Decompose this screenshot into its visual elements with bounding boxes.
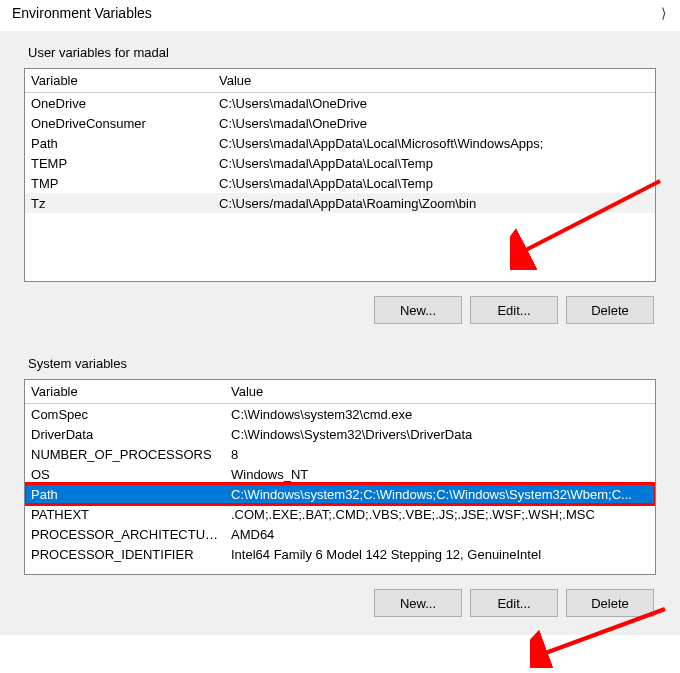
user-variables-list[interactable]: Variable Value OneDriveC:\Users\madal\On… [24,68,656,282]
table-row[interactable]: ComSpecC:\Windows\system32\cmd.exe [25,404,655,425]
table-row[interactable]: PATHEXT.COM;.EXE;.BAT;.CMD;.VBS;.VBE;.JS… [25,504,655,524]
table-row[interactable]: DriverDataC:\Windows\System32\Drivers\Dr… [25,424,655,444]
table-row[interactable]: OneDriveConsumerC:\Users\madal\OneDrive [25,113,655,133]
user-new-button[interactable]: New... [374,296,462,324]
system-button-row: New... Edit... Delete [24,575,656,627]
table-header-row[interactable]: Variable Value [25,380,655,404]
col-variable[interactable]: Variable [25,69,213,93]
system-new-button[interactable]: New... [374,589,462,617]
user-edit-button[interactable]: Edit... [470,296,558,324]
col-value[interactable]: Value [213,69,655,93]
user-variables-group: User variables for madal Variable Value … [16,31,664,342]
system-edit-button[interactable]: Edit... [470,589,558,617]
table-row[interactable]: TMPC:\Users\madal\AppData\Local\Temp [25,173,655,193]
system-delete-button[interactable]: Delete [566,589,654,617]
table-row[interactable]: NUMBER_OF_PROCESSORS8 [25,444,655,464]
user-variables-table: Variable Value OneDriveC:\Users\madal\On… [25,69,655,213]
system-variables-list[interactable]: Variable Value ComSpecC:\Windows\system3… [24,379,656,575]
table-row[interactable]: PathC:\Windows\system32;C:\Windows;C:\Wi… [25,484,655,504]
table-row[interactable]: PROCESSOR_ARCHITECTUREAMD64 [25,524,655,544]
table-row[interactable]: PROCESSOR_IDENTIFIERIntel64 Family 6 Mod… [25,544,655,564]
system-variables-group: System variables Variable Value ComSpecC… [16,342,664,635]
table-row[interactable]: OneDriveC:\Users\madal\OneDrive [25,93,655,114]
window-title: Environment Variables [12,5,152,21]
user-button-row: New... Edit... Delete [24,282,656,334]
table-row[interactable]: TEMPC:\Users\madal\AppData\Local\Temp [25,153,655,173]
system-variables-table: Variable Value ComSpecC:\Windows\system3… [25,380,655,564]
chevron-right-icon: ⟩ [661,5,670,21]
user-delete-button[interactable]: Delete [566,296,654,324]
dialog-body: User variables for madal Variable Value … [0,31,680,635]
user-variables-title: User variables for madal [28,45,656,60]
table-row[interactable]: PathC:\Users\madal\AppData\Local\Microso… [25,133,655,153]
table-row[interactable]: TzC:\Users/madal\AppData\Roaming\Zoom\bi… [25,193,655,213]
table-header-row[interactable]: Variable Value [25,69,655,93]
table-row[interactable]: OSWindows_NT [25,464,655,484]
titlebar: Environment Variables ⟩ [0,0,680,31]
col-value[interactable]: Value [225,380,655,404]
col-variable[interactable]: Variable [25,380,225,404]
system-variables-title: System variables [28,356,656,371]
